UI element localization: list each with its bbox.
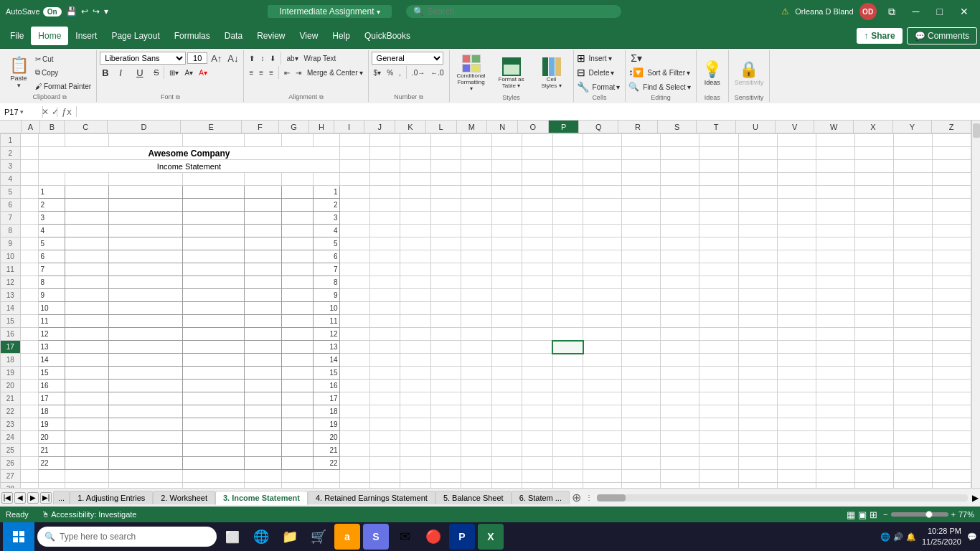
add-sheet-button[interactable]: ⊕ (570, 491, 584, 505)
cell-H14[interactable]: 10 (314, 302, 340, 315)
cell-N2[interactable] (491, 147, 522, 160)
cell-D1[interactable] (108, 134, 182, 147)
cell-L5[interactable] (430, 186, 461, 199)
cell-N7[interactable] (491, 212, 522, 225)
cell-U2[interactable] (738, 147, 777, 160)
col-header-A[interactable]: A (22, 121, 40, 133)
cell-J20[interactable] (369, 380, 400, 392)
cell-L1[interactable] (430, 134, 461, 147)
number-format-select[interactable]: General (372, 52, 443, 65)
cell-M18[interactable] (461, 354, 491, 367)
cell-L28[interactable] (430, 483, 461, 489)
cell-Z14[interactable] (932, 302, 971, 315)
start-button[interactable] (3, 522, 34, 551)
cell-Z16[interactable] (932, 328, 971, 341)
tab-more[interactable]: ... (53, 491, 70, 504)
cell-M5[interactable] (461, 186, 491, 199)
cell-F1[interactable] (245, 134, 282, 147)
cell-Y21[interactable] (893, 392, 932, 405)
cell-Y16[interactable] (893, 328, 932, 341)
cell-X3[interactable] (854, 160, 893, 173)
cell-B24[interactable]: 20 (39, 431, 65, 444)
cell-I7[interactable] (339, 212, 369, 225)
cell-X24[interactable] (854, 431, 893, 444)
cell-U21[interactable] (738, 392, 777, 405)
font-shrink-button[interactable]: A↓ (225, 52, 240, 65)
cell-I5[interactable] (339, 186, 369, 199)
cell-W8[interactable] (816, 225, 854, 237)
taskbar-store[interactable]: 🛒 (306, 524, 331, 550)
cell-Q21[interactable] (583, 392, 622, 405)
cell-Z17[interactable] (932, 341, 971, 354)
cell-X23[interactable] (854, 418, 893, 431)
cell-X10[interactable] (854, 250, 893, 263)
cell-N3[interactable] (491, 160, 522, 173)
cell-I21[interactable] (339, 392, 369, 405)
page-layout-view-button[interactable]: ▣ (858, 509, 867, 520)
cell-F21[interactable] (245, 392, 282, 405)
search-input[interactable] (427, 6, 599, 17)
cell-E16[interactable] (183, 328, 245, 341)
cell-I25[interactable] (339, 444, 369, 457)
cell-I19[interactable] (339, 367, 369, 380)
cell-Y26[interactable] (893, 457, 932, 470)
cell-H1[interactable] (314, 134, 340, 147)
filename-dropdown[interactable]: ▾ (377, 8, 380, 16)
cell-P26[interactable] (552, 457, 583, 470)
cell-C17[interactable] (65, 341, 109, 354)
cell-O24[interactable] (522, 431, 553, 444)
insert-button[interactable]: Insert ▾ (587, 52, 614, 65)
col-header-T[interactable]: T (697, 121, 736, 133)
cell-J19[interactable] (369, 367, 400, 380)
cell-I11[interactable] (339, 263, 369, 276)
cell-U25[interactable] (738, 444, 777, 457)
col-header-R[interactable]: R (618, 121, 658, 133)
cell-W2[interactable] (816, 147, 854, 160)
cell-A9[interactable] (20, 237, 39, 250)
cell-Z10[interactable] (932, 250, 971, 263)
cell-A13[interactable] (20, 289, 39, 302)
cell-U5[interactable] (738, 186, 777, 199)
cell-R7[interactable] (622, 212, 661, 225)
comments-button[interactable]: 💬 Comments (907, 27, 977, 44)
cell-B5[interactable]: 1 (39, 186, 65, 199)
cell-Q4[interactable] (583, 173, 622, 186)
cell-U11[interactable] (738, 263, 777, 276)
cell-Q16[interactable] (583, 328, 622, 341)
zoom-slider[interactable] (891, 512, 948, 517)
cell-G5[interactable] (282, 186, 314, 199)
col-header-N[interactable]: N (487, 121, 518, 133)
cell-P15[interactable] (552, 315, 583, 328)
zoom-in-button[interactable]: + (951, 510, 956, 519)
cell-E8[interactable] (183, 225, 245, 237)
cell-N22[interactable] (491, 405, 522, 418)
cell-U26[interactable] (738, 457, 777, 470)
copy-button[interactable]: ⧉ Copy (33, 66, 93, 79)
taskbar-network-icon[interactable]: 🌐 (880, 532, 890, 542)
tab-adjusting-entries[interactable]: 1. Adjusting Entries (70, 491, 153, 504)
cell-F17[interactable] (245, 341, 282, 354)
cell-T6[interactable] (699, 199, 738, 212)
formula-input[interactable] (77, 105, 980, 118)
col-header-H[interactable]: H (309, 121, 334, 133)
cell-H8[interactable]: 4 (314, 225, 340, 237)
cell-O11[interactable] (522, 263, 553, 276)
cell-B21[interactable]: 17 (39, 392, 65, 405)
cell-Z23[interactable] (932, 418, 971, 431)
cell-E14[interactable] (183, 302, 245, 315)
cell-E1[interactable] (183, 134, 245, 147)
clipboard-expand[interactable]: ⧉ (62, 94, 67, 100)
cell-J13[interactable] (369, 289, 400, 302)
cell-X2[interactable] (854, 147, 893, 160)
cell-S11[interactable] (661, 263, 699, 276)
cell-U22[interactable] (738, 405, 777, 418)
cell-J11[interactable] (369, 263, 400, 276)
cell-U28[interactable] (738, 483, 777, 489)
cell-U6[interactable] (738, 199, 777, 212)
cell-O9[interactable] (522, 237, 553, 250)
cell-R28[interactable] (622, 483, 661, 489)
share-button[interactable]: ↑ Share (857, 28, 902, 44)
zoom-out-button[interactable]: − (883, 510, 887, 519)
col-header-I[interactable]: I (334, 121, 365, 133)
taskbar-volume-icon[interactable]: 🔊 (893, 532, 903, 542)
